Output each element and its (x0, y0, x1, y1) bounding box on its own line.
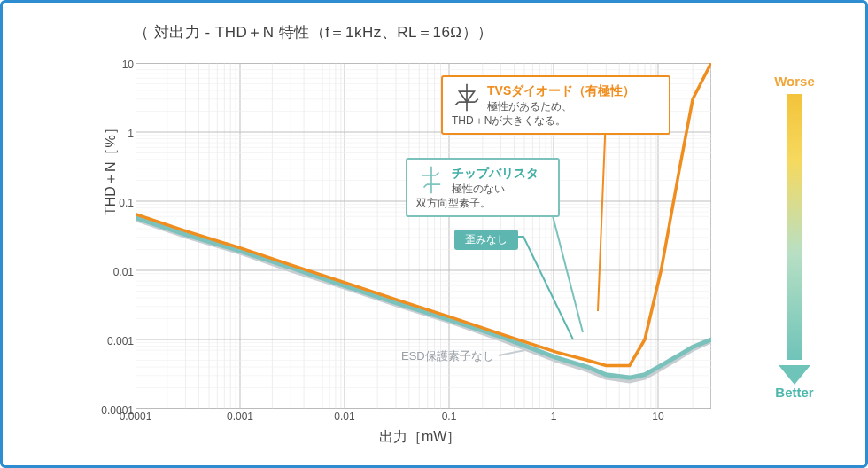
no-distortion-badge: 歪みなし (454, 230, 518, 250)
x-tick: 0.0001 (109, 410, 162, 423)
svg-line-102 (436, 173, 438, 176)
y-tick: 0.01 (81, 266, 134, 278)
x-tick: 1 (527, 410, 580, 423)
x-tick: 10 (632, 410, 685, 423)
callout-tvs: TVSダイオード（有極性） 極性があるため、 THD＋Nが大きくなる。 (441, 75, 670, 135)
chart-card: （ 対出力 - THD＋N 特性（f＝1kHz、RL＝16Ω）） THD＋N［%… (0, 0, 868, 468)
callout-var-body2: 双方向型素子。 (416, 196, 549, 210)
x-tick: 0.001 (213, 410, 267, 423)
callout-varistor: チップバリスタ 極性のない 双方向型素子。 (406, 158, 560, 217)
worse-better-indicator: Worse Better (759, 74, 830, 402)
callout-tvs-body1: 極性があるため、 (452, 99, 660, 113)
esd-none-label: ESD保護素子なし (401, 348, 494, 364)
y-tick: 0.001 (81, 335, 134, 347)
svg-line-98 (455, 102, 458, 105)
x-tick: 0.01 (318, 410, 371, 423)
svg-line-99 (475, 99, 477, 102)
x-axis-label: 出力［mW］ (379, 428, 461, 447)
svg-line-104 (424, 184, 427, 187)
callout-tvs-body2: THD＋Nが大きくなる。 (452, 113, 660, 128)
y-tick: 10 (81, 58, 134, 71)
callout-tvs-head: TVSダイオード（有極性） (452, 82, 660, 99)
gradient-arrow-shaft (787, 94, 802, 360)
worse-label: Worse (759, 74, 830, 89)
gradient-arrow-head-icon (779, 365, 810, 385)
better-label: Better (759, 385, 830, 400)
varistor-icon (416, 165, 446, 195)
tvs-diode-icon (452, 82, 482, 113)
y-tick: 0.1 (81, 197, 134, 209)
chart-title: （ 対出力 - THD＋N 特性（f＝1kHz、RL＝16Ω）） (134, 22, 841, 43)
y-tick: 1 (81, 128, 134, 140)
x-tick: 0.1 (422, 410, 476, 423)
